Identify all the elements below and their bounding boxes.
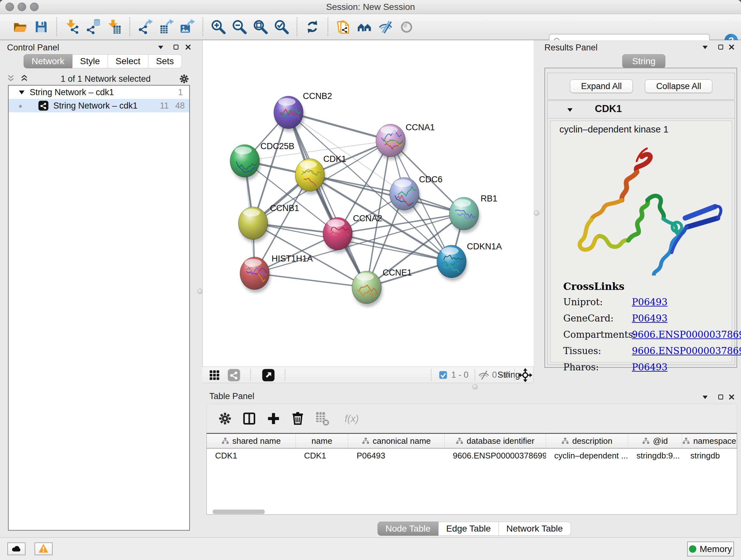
gear-dark-button[interactable] <box>218 411 232 426</box>
network-node-CDC25B[interactable] <box>230 145 263 180</box>
zoom-selected-button[interactable] <box>273 18 289 36</box>
import-network-database-button[interactable] <box>85 18 101 36</box>
tab-network-table[interactable]: Network Table <box>499 522 571 536</box>
expand-all-button[interactable]: Expand All <box>570 79 633 93</box>
tab-edge-table[interactable]: Edge Table <box>439 522 499 536</box>
plus-button[interactable] <box>266 411 281 426</box>
open-file-button[interactable] <box>12 18 28 36</box>
table-panel-float-button[interactable] <box>715 390 726 403</box>
network-node-RB1[interactable] <box>449 197 480 233</box>
crosslink-link[interactable]: P06493 <box>632 362 668 373</box>
import-table-file-button[interactable] <box>106 18 122 36</box>
right-splitter-handle[interactable] <box>534 210 539 216</box>
results-panel-menu-button[interactable] <box>699 40 711 54</box>
expand-all-networks-icon[interactable] <box>19 74 29 84</box>
table-delete-button[interactable] <box>315 411 329 426</box>
hidden-count: 0 - 0 <box>492 367 509 383</box>
import-network-file-button[interactable] <box>64 18 80 36</box>
control-panel-float-button[interactable] <box>171 40 181 54</box>
fx-button[interactable]: f(x) <box>339 411 364 426</box>
collapse-all-button[interactable]: Collapse All <box>645 79 712 93</box>
network-node-CDK1[interactable] <box>295 159 327 197</box>
tab-sets[interactable]: Sets <box>148 54 182 68</box>
crosslink-link[interactable]: 9606.ENSP00000378699 <box>632 329 741 340</box>
table-row[interactable]: CDK1CDK1P064939606.ENSP00000378699cyclin… <box>207 449 737 462</box>
tab-style[interactable]: Style <box>72 54 108 68</box>
column-header-name[interactable]: name <box>296 434 348 448</box>
results-panel-float-button[interactable] <box>715 40 726 54</box>
export-network-button[interactable] <box>137 18 153 36</box>
tree-disclosure-icon[interactable] <box>17 88 26 97</box>
left-splitter[interactable] <box>197 40 202 537</box>
crosslink-label: Tissues: <box>563 346 632 356</box>
cloud-status-button[interactable] <box>7 543 25 555</box>
table-panel-menu-button[interactable] <box>699 390 711 403</box>
protein-structure-image <box>558 141 724 275</box>
tab-network[interactable]: Network <box>23 54 72 68</box>
birds-eye-view-icon[interactable] <box>262 368 275 382</box>
network-tree-row[interactable]: String Network – cdk1 11 48 <box>9 99 189 112</box>
crosslink-link[interactable]: P06493 <box>632 313 668 324</box>
string-view-icon[interactable] <box>227 368 241 382</box>
refresh-view-button[interactable] <box>305 18 320 36</box>
grid-view-icon[interactable] <box>208 369 221 381</box>
network-edge[interactable] <box>255 273 367 287</box>
window-titlebar: Session: New Session <box>0 0 741 14</box>
horizontal-splitter-handle[interactable] <box>472 384 478 389</box>
zoom-in-button[interactable] <box>210 18 226 36</box>
network-tree-row[interactable]: String Network – cdk1 1 <box>9 85 189 99</box>
selected-nodes-checkbox[interactable] <box>439 370 448 380</box>
trash-button[interactable] <box>290 411 305 426</box>
column-header-description[interactable]: description <box>546 434 628 448</box>
show-all-button[interactable] <box>399 18 414 36</box>
zoom-fit-button[interactable] <box>253 18 268 36</box>
column-header-shared-name[interactable]: shared name <box>207 434 296 448</box>
network-node-CCNE1[interactable] <box>352 271 383 307</box>
network-node-CDC6[interactable] <box>390 178 420 213</box>
pan-move-icon[interactable] <box>518 368 532 382</box>
column-header-@id[interactable]: @id <box>628 434 682 448</box>
warnings-button[interactable] <box>35 543 53 555</box>
zoom-out-button[interactable] <box>231 18 247 36</box>
network-graph[interactable]: CCNB2CCNA1CDC25BCDK1CDC6RB1CCNB1CCNA2CDK… <box>203 40 533 367</box>
table-horizontal-scrollbar[interactable] <box>212 509 265 514</box>
table-cell: 9606.ENSP00000378699 <box>445 449 546 462</box>
table-panel-close-button[interactable] <box>726 390 737 403</box>
hide-selected-button[interactable] <box>378 18 394 36</box>
memory-button[interactable]: Memory <box>687 542 734 557</box>
network-node-CCNB2[interactable] <box>274 96 305 132</box>
tab-select[interactable]: Select <box>108 54 148 68</box>
export-image-button[interactable] <box>179 18 195 36</box>
crosslink-link[interactable]: P06493 <box>632 297 668 307</box>
control-panel-close-button[interactable] <box>183 40 193 54</box>
control-panel-menu-button[interactable] <box>155 40 166 54</box>
share-document-button[interactable] <box>335 18 351 36</box>
network-node-CCNA1[interactable] <box>376 124 407 160</box>
column-header-canonical-name[interactable]: canonical name <box>348 434 445 448</box>
crosslink-label: Compartments: <box>563 329 632 340</box>
crosslink-label: GeneCard: <box>563 313 632 324</box>
network-node-CDKN1A[interactable] <box>437 245 468 281</box>
crosslink-link[interactable]: 9606.ENSP00000378699 <box>632 346 741 356</box>
left-splitter-handle[interactable] <box>197 289 203 294</box>
save-session-button[interactable] <box>33 18 49 36</box>
export-table-button[interactable] <box>158 18 174 36</box>
network-options-gear-icon[interactable] <box>179 73 190 84</box>
gene-section-header[interactable]: CDK1 <box>548 101 735 118</box>
collapse-all-networks-icon[interactable] <box>6 74 16 84</box>
tab-string[interactable]: String <box>622 54 665 68</box>
network-canvas[interactable]: CCNB2CCNA1CDC25BCDK1CDC6RB1CCNB1CCNA2CDK… <box>202 40 534 367</box>
tab-node-table[interactable]: Node Table <box>378 522 439 536</box>
home-network-button[interactable] <box>356 18 373 36</box>
column-header-database-identifier[interactable]: database identifier <box>445 434 546 448</box>
results-panel-close-button[interactable] <box>726 40 737 54</box>
hidden-eye-icon[interactable] <box>478 369 489 381</box>
network-node-CCNA2[interactable] <box>323 217 354 253</box>
right-splitter[interactable] <box>534 40 539 390</box>
node-label-CCNB1: CCNB1 <box>270 203 299 213</box>
column-header-namespace[interactable]: namespace <box>682 434 737 448</box>
columns-button[interactable] <box>242 411 257 426</box>
node-label-CDKN1A: CDKN1A <box>467 242 502 251</box>
collapse-triangle-icon[interactable] <box>566 106 574 114</box>
network-node-HIST1H1A[interactable] <box>240 257 271 293</box>
